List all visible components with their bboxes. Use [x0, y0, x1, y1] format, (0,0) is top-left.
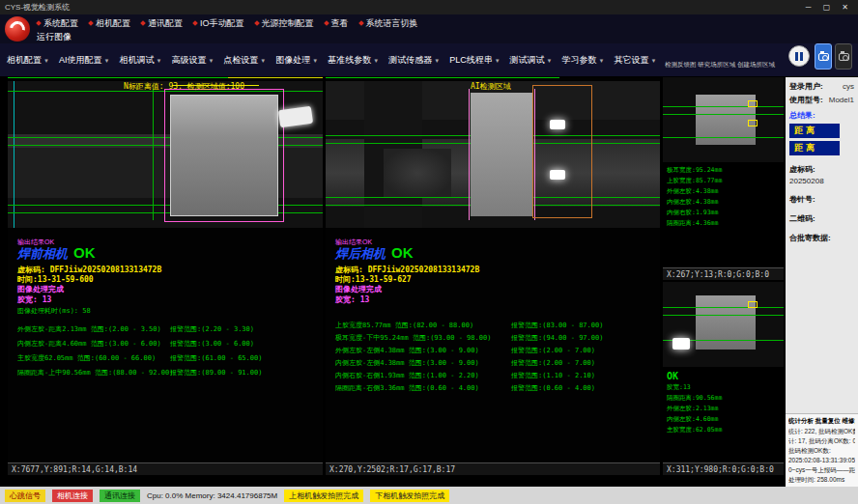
tool-spot-check[interactable]: 点检设置▼	[223, 54, 266, 67]
statistics-line: 计: 17, 批码分离OK数: 0,	[788, 436, 855, 446]
preview-line: 内侧右胶:1.93mm	[667, 209, 722, 217]
app-window: CYS-视觉检测系统 ─ ▢ ✕ 系统配置 相机配置 通讯配置 IO手动配置 光…	[0, 0, 858, 504]
tool-image-process[interactable]: 图像处理▼	[275, 54, 318, 67]
tool-ai-config[interactable]: AI使用配置▼	[59, 54, 109, 67]
close-button[interactable]: ✕	[837, 2, 853, 14]
workpiece-block	[170, 95, 278, 216]
preview-panel-2[interactable]: OK 胶宽:13 隔圈距离:90.56mm 外侧左胶:2.13mm 内侧左胶:4…	[663, 282, 784, 475]
menu-item-light-control-config[interactable]: 光源控制配置	[255, 17, 314, 30]
tool-label: AI使用配置	[59, 54, 102, 67]
preview-line: 外侧左胶:4.38mm	[667, 187, 722, 196]
overlay-line	[663, 114, 784, 115]
window-controls: ─ ▢ ✕	[800, 2, 853, 14]
upper-camera-button[interactable]	[815, 43, 832, 70]
measurement-row: 外侧左胶-左侧4.38mm 范围:(3.00 - 9.00)	[335, 346, 479, 355]
menu-item-system-config[interactable]: 系统配置	[37, 17, 78, 30]
pixel-coordinates: X:7677,Y:891;R:14,G:14,B:14	[8, 462, 323, 475]
overlay-line	[663, 106, 784, 107]
preview-line: 主胶宽度:62.05mm	[667, 426, 722, 434]
tool-plc-thread[interactable]: PLC线程串▼	[449, 54, 500, 67]
measurement-row: 隔圈距离-右侧3.36mm 范围:(0.60 - 4.00)	[335, 383, 479, 393]
measurement-row: 主胶宽度62.05mm 范围:(60.00 - 66.00)	[17, 353, 156, 363]
camera-view-pre-weld[interactable]: N标距离值: 93. 检测区域值:100 输出结果OK 焊前相机 OK 虚标码:…	[8, 77, 323, 475]
batch-label: 合批寄数据:	[789, 233, 854, 243]
result-box-1: 距离	[789, 124, 840, 138]
chevron-down-icon: ▼	[547, 58, 553, 64]
alarm-range: 报警范围:(61.00 - 65.00)	[170, 353, 262, 363]
toolbar-items: 相机配置▼ AI使用配置▼ 相机调试▼ 高级设置▼ 点检设置▼ 图像处理▼ 基准…	[7, 54, 656, 67]
preview-measurements: OK 胶宽:13 隔圈距离:90.56mm 外侧左胶:2.13mm 内侧左胶:4…	[667, 371, 722, 434]
alarm-range: 报警范围:(0.60 - 4.00)	[511, 383, 595, 393]
tool-camera-config[interactable]: 相机配置▼	[7, 54, 49, 67]
tool-label: 基准线参数	[328, 54, 371, 67]
menu-label: 查看	[331, 17, 349, 30]
measurement-row: 隔圈距离-上中90.56mm 范围:(88.00 - 92.00)	[17, 368, 173, 378]
tab-run-image[interactable]: 运行图像	[37, 31, 72, 43]
chevron-down-icon: ▼	[43, 58, 49, 64]
heartbeat-status-badge: 心跳信号	[5, 490, 45, 502]
workpiece-block	[696, 295, 756, 350]
menu-item-camera-config[interactable]: 相机配置	[89, 17, 130, 30]
tool-label: 相机调试	[119, 54, 154, 67]
pause-button[interactable]	[788, 45, 810, 67]
menu-label: 光源控制配置	[262, 17, 314, 30]
menu-item-io-manual-config[interactable]: IO手动配置	[193, 17, 244, 30]
alarm-range: 报警范围:(89.00 - 91.00)	[170, 368, 262, 378]
camera-name: 焊后相机	[335, 245, 386, 263]
preview-image-1	[663, 77, 784, 162]
preview-panel-1[interactable]: 极耳宽度:95.24mm 上胶宽度:85.77mm 外侧左胶:4.38mm 内侧…	[663, 77, 784, 280]
tool-baseline-params[interactable]: 基准线参数▼	[328, 54, 379, 67]
diamond-icon	[358, 20, 364, 26]
alarm-range: 报警范围:(1.10 - 2.10)	[511, 371, 595, 380]
alarm-range: 报警范围:(3.00 - 6.00)	[170, 339, 254, 349]
overlay-line	[326, 77, 559, 78]
model-row: 使用型号: Model1	[789, 95, 854, 105]
tool-camera-debug[interactable]: 相机调试▼	[119, 54, 161, 67]
overlay-line	[153, 89, 154, 220]
tool-other-settings[interactable]: 其它设置▼	[615, 54, 657, 67]
tool-learn-params[interactable]: 学习参数▼	[562, 54, 605, 67]
overlay-rect-yellow	[748, 120, 758, 126]
weld-highlight	[550, 120, 565, 129]
alarm-range: 报警范围:(94.00 - 97.00)	[511, 333, 603, 343]
lower-camera-button[interactable]	[835, 43, 852, 70]
tool-advanced-settings[interactable]: 高级设置▼	[171, 54, 214, 67]
menu-item-comm-config[interactable]: 通讯配置	[141, 17, 183, 30]
maximize-button[interactable]: ▢	[818, 2, 835, 14]
menu-label: 通讯配置	[148, 17, 183, 30]
upper-camera-trigger-message: 上相机触发拍照完成	[284, 490, 363, 502]
preview-image-2	[663, 282, 784, 367]
camera-view-post-weld[interactable]: AI检测区域 输出结果OK 焊后相机 OK 虚标码: DFFJiiw202502…	[326, 77, 660, 475]
menu-item-language-switch[interactable]: 系统语言切换	[359, 17, 418, 30]
tool-label: 测试调试	[510, 54, 545, 67]
measurement-row: 极耳宽度-下中95.24mm 范围:(93.00 - 98.00)	[335, 333, 491, 343]
tool-label: 其它设置	[615, 54, 649, 67]
preview-line: 上胶宽度:85.77mm	[667, 177, 722, 185]
lower-camera-trigger-message: 下相机触发拍照完成	[370, 490, 449, 502]
comm-connection-badge: 通讯连接	[100, 490, 140, 502]
overlay-line-pink	[469, 89, 470, 220]
statistics-line: 处理时间: 258.00ms	[788, 475, 855, 485]
window-titlebar: CYS-视觉检测系统 ─ ▢ ✕	[0, 0, 858, 14]
app-logo-icon	[5, 16, 30, 42]
menu-row: 系统配置 相机配置 通讯配置 IO手动配置 光源控制配置 查看 系统语言切换	[37, 17, 418, 29]
right-sidebar: 登录用户: cys 使用型号: Model1 总结果: 距离 距离 虚标码: 2…	[786, 77, 858, 487]
submenu-row: 运行图像	[37, 32, 72, 42]
menu-item-view[interactable]: 查看	[325, 17, 349, 30]
tool-test-sensor[interactable]: 测试传感器▼	[388, 54, 440, 67]
minimize-button[interactable]: ─	[800, 2, 816, 14]
total-result-label: 总结果:	[789, 110, 854, 121]
overlay-line	[8, 77, 228, 78]
preview-line: 隔圈距离:90.56mm	[667, 394, 722, 403]
statistics-header[interactable]: 统计分析 批量复位 维修复位	[788, 416, 855, 426]
preview-line: 隔圈距离:4.36mm	[667, 219, 722, 228]
statistics-line: 统计: 222, 批码检测OK数:	[788, 427, 855, 436]
diamond-icon	[192, 20, 198, 26]
tool-label: 相机配置	[7, 54, 42, 67]
model-value[interactable]: Model1	[829, 96, 854, 104]
preview-header: 检测反馈图 研究场所区域 创建场所区域	[665, 61, 785, 70]
tool-test-debug[interactable]: 测试调试▼	[510, 54, 553, 67]
barcode-value: 20250208	[789, 177, 854, 185]
result-box-2: 距离	[789, 141, 840, 155]
process-status: 图像处理完成	[17, 284, 64, 294]
